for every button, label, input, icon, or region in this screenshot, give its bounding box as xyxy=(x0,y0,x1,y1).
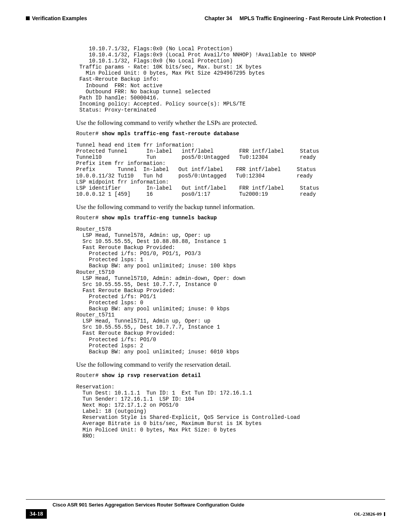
paragraph-2: Use the following command to verify the … xyxy=(76,203,373,211)
paragraph-1: Use the following command to verify whet… xyxy=(76,119,373,127)
code-block-2: Tunnel head end item frr information: Pr… xyxy=(76,142,373,197)
page-footer: Cisco ASR 901 Series Aggregation Service… xyxy=(26,499,385,519)
bullet-icon xyxy=(26,16,30,20)
cmd2-command: show mpls traffic-eng tunnels backup xyxy=(102,215,217,221)
code-block-4: Reservation: Tun Dest: 10.1.1.1 Tun ID: … xyxy=(76,384,373,439)
command-line-1: Router# show mpls traffic-eng fast-rerou… xyxy=(76,131,373,137)
cmd2-prompt: Router# xyxy=(76,215,102,221)
code-block-3: Router_t578 LSP Head, Tunnel578, Admin: … xyxy=(76,226,373,355)
page-number-badge: 34-18 xyxy=(26,509,47,519)
chapter-label: Chapter 34 xyxy=(204,15,232,21)
cmd1-prompt: Router# xyxy=(76,131,102,137)
header-bar-icon xyxy=(384,16,385,20)
paragraph-3: Use the following command to verify the … xyxy=(76,361,373,369)
command-line-2: Router# show mpls traffic-eng tunnels ba… xyxy=(76,215,373,221)
footer-title-row: Cisco ASR 901 Series Aggregation Service… xyxy=(26,502,385,508)
header-left: Verification Examples xyxy=(26,15,87,21)
footer-bar-icon xyxy=(384,512,385,516)
footer-right: OL-23826-09 xyxy=(354,511,385,517)
footer-bottom-row: 34-18 OL-23826-09 xyxy=(26,509,385,519)
section-title: Verification Examples xyxy=(32,15,87,21)
guide-title: Cisco ASR 901 Series Aggregation Service… xyxy=(26,502,244,508)
command-line-3: Router# show ip rsvp reservation detail xyxy=(76,372,373,379)
cmd1-command: show mpls traffic-eng fast-reroute datab… xyxy=(102,131,239,137)
doc-id: OL-23826-09 xyxy=(354,511,382,517)
cmd3-command: show ip rsvp reservation detail xyxy=(102,372,201,379)
page-content: 10.10.7.1/32, Flags:0x0 (No Local Protec… xyxy=(76,46,373,439)
header-right: Chapter 34 MPLS Traffic Engineering - Fa… xyxy=(204,15,385,21)
cmd3-prompt: Router# xyxy=(76,372,102,379)
page-header: Verification Examples Chapter 34 MPLS Tr… xyxy=(26,15,385,21)
footer-rule xyxy=(26,499,385,500)
chapter-title: MPLS Traffic Engineering - Fast Reroute … xyxy=(240,15,382,21)
code-block-1: 10.10.7.1/32, Flags:0x0 (No Local Protec… xyxy=(76,46,373,113)
